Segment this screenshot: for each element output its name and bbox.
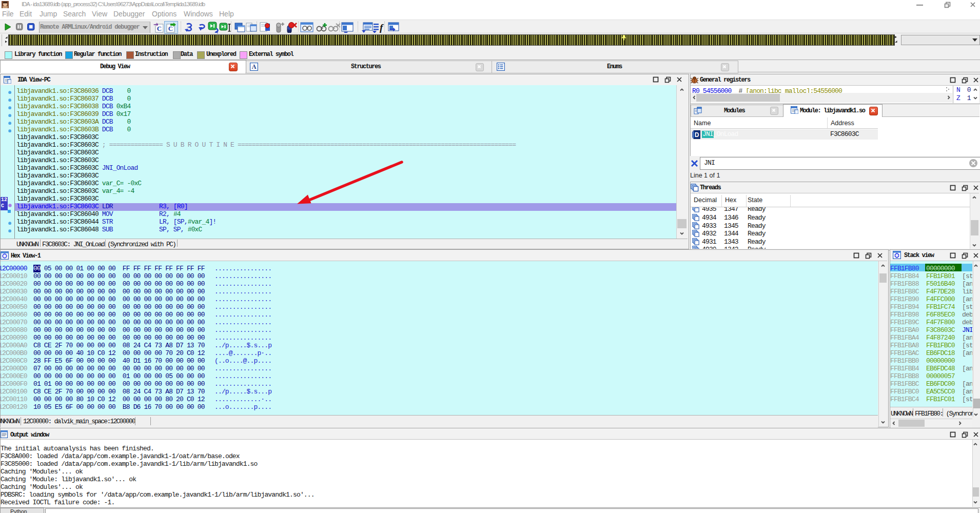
svg-text:A: A bbox=[252, 63, 257, 70]
svg-text:C: C bbox=[168, 25, 173, 32]
svg-text:C: C bbox=[157, 25, 162, 32]
svg-text:D: D bbox=[695, 131, 699, 139]
svg-text:f: f bbox=[380, 22, 384, 33]
